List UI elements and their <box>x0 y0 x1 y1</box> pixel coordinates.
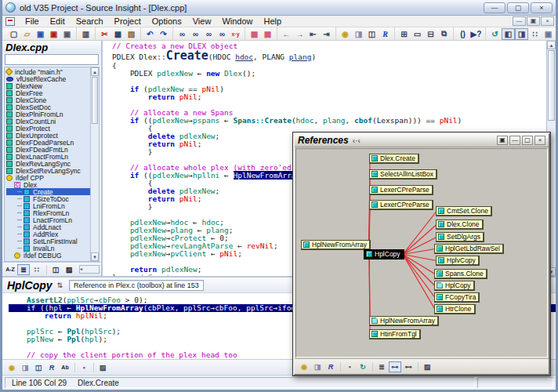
mdi-minimize-button[interactable]: — <box>513 16 526 26</box>
menu-file[interactable]: File <box>20 16 45 27</box>
menu-search[interactable]: Search <box>71 16 109 27</box>
relation-window-toggle[interactable]: ◨ <box>515 28 528 40</box>
graph-node-hplcopy[interactable]: HplCopy <box>434 281 475 291</box>
references-window[interactable]: References ‹·‹ ▣—▢× Dlex.CreateSelectAll… <box>292 132 551 376</box>
graph-node-setdlgargs[interactable]: SetDlgArgs <box>436 232 484 242</box>
scroll-down-arrow[interactable]: ▼ <box>91 252 99 261</box>
cascade-windows-button[interactable]: ⧉ <box>437 28 451 40</box>
close-button[interactable]: × <box>534 136 545 145</box>
references-graph-canvas[interactable]: Dlex.CreateSelectAllInListBoxLexerCPrePa… <box>295 148 548 358</box>
undo-button[interactable]: ↶ <box>143 28 157 40</box>
save-button[interactable]: ▣ <box>34 28 47 40</box>
list-view-button[interactable]: ≣ <box>17 264 30 275</box>
graph-node-dlex-clone[interactable]: Dlex.Clone <box>436 220 484 230</box>
references-title-bar[interactable]: References ‹·‹ ▣—▢× <box>295 134 549 147</box>
mdi-close-button[interactable]: × <box>541 16 554 26</box>
menu-options[interactable]: Options <box>147 16 187 27</box>
save-as-button[interactable]: ▣ <box>47 28 60 40</box>
split-window-button[interactable]: ⊟ <box>424 28 437 40</box>
scroll-thumb[interactable] <box>92 77 98 124</box>
scroll-up-arrow[interactable]: ▲ <box>547 41 556 49</box>
graph-node-lexercpreparse[interactable]: LexerCPreParse <box>369 200 433 210</box>
full-window-button[interactable]: ▭ <box>411 28 424 40</box>
open-file-button[interactable]: ▱ <box>20 28 34 40</box>
lock-button[interactable]: ▪ <box>343 361 356 372</box>
browse-symbols-button[interactable]: ◉ <box>298 361 310 372</box>
graph-node-spans-clone[interactable]: Spans.Clone <box>434 269 487 279</box>
highlight-word-button[interactable]: ▩ <box>248 28 261 40</box>
mdi-restore-button[interactable]: ▣ <box>527 16 540 26</box>
document-icon[interactable] <box>5 17 15 26</box>
graph-node-selectallinlistbox[interactable]: SelectAllInListBox <box>369 169 437 180</box>
new-file-button[interactable]: ▢ <box>7 28 20 40</box>
doc-list-button[interactable]: ◫ <box>49 264 62 275</box>
function-tip-button[interactable]: () <box>456 28 469 40</box>
scroll-up-arrow[interactable]: ▲ <box>91 67 99 76</box>
context-reference-label[interactable]: Reference in Plex.c (toolbox) at line 15… <box>69 280 204 291</box>
symbol-window-button[interactable]: ◨ <box>352 28 365 40</box>
dock-button[interactable]: ▣ <box>497 136 508 145</box>
symbol-list-scrollbar[interactable]: ▲ ▼ <box>90 67 99 261</box>
find-next-button[interactable]: ∞ <box>189 28 202 40</box>
graph-node-hplnewfromarray[interactable]: HplNewFromArray <box>369 316 439 326</box>
browse-symbols-button[interactable]: ◉ <box>5 362 18 373</box>
style-properties-button[interactable]: ▩ <box>261 28 274 40</box>
case-sensitive-button[interactable]: Ab <box>59 362 71 373</box>
symbol-hscrollbar[interactable]: ◂ <box>79 265 100 274</box>
relation-window-button[interactable]: R <box>45 362 58 373</box>
symbol-item-ifdef-cpp[interactable]: ifdef CPP <box>6 174 90 181</box>
outline-view-button[interactable]: ≣ <box>375 361 388 372</box>
find-previous-button[interactable]: ∞ <box>202 28 216 40</box>
paste-button[interactable]: ▧ <box>125 28 138 40</box>
graph-node-hplcopy[interactable]: HplCopy <box>364 249 404 260</box>
graph-node-htrclone[interactable]: HtrClone <box>434 304 476 314</box>
sort-alpha-button[interactable]: A-Z <box>4 264 16 275</box>
redo-button[interactable]: ↷ <box>157 28 170 40</box>
graph-node-hplnewfromarray[interactable]: HplNewFromArray <box>301 240 371 250</box>
title-bar[interactable]: old V35 Project - Source Insight - [Dlex… <box>2 0 556 16</box>
maximize-button[interactable]: ▢ <box>507 2 529 13</box>
graph-node-dlex-create[interactable]: Dlex.Create <box>369 154 419 164</box>
tree-view-button[interactable]: ⊷ <box>402 361 415 372</box>
close-button[interactable]: × <box>531 2 553 13</box>
minimize-button[interactable]: — <box>484 2 505 13</box>
lock-button[interactable]: ▪ <box>78 362 90 373</box>
cut-button[interactable]: ✂ <box>98 28 111 40</box>
replace-button[interactable]: x·y <box>229 28 242 40</box>
save-all-button[interactable]: ▣ <box>60 28 74 40</box>
symbol-filter-input[interactable] <box>5 54 99 65</box>
group-view-button[interactable]: ∷ <box>31 264 43 275</box>
graph-view-button[interactable]: ⊶ <box>389 361 401 372</box>
menu-help[interactable]: Help <box>259 16 288 27</box>
graph-node-cmtset-clone[interactable]: CmtSet.Clone <box>436 206 492 216</box>
graph-node-fcopytira[interactable]: FCopyTira <box>434 292 480 303</box>
doc-list-button[interactable]: ◫ <box>365 28 379 40</box>
copy-button[interactable]: ▦ <box>111 28 125 40</box>
properties-button[interactable]: ▨ <box>421 361 433 372</box>
go-forward-link-button[interactable]: ⇥ <box>320 28 333 40</box>
search-files-button[interactable]: ∞ <box>216 28 229 40</box>
tile-windows-button[interactable]: ⊞ <box>397 28 411 40</box>
symbol-item-ifdef-debug[interactable]: ifdef DEBUG <box>6 252 90 259</box>
menu-edit[interactable]: Edit <box>45 16 71 27</box>
doc-list-button[interactable]: ◫ <box>32 362 45 373</box>
scroll-thumb[interactable] <box>548 50 555 121</box>
print-button[interactable]: ▥ <box>79 28 92 40</box>
minimize-button[interactable]: — <box>509 136 520 145</box>
context-help-button[interactable]: ▶? <box>469 28 483 40</box>
image-button[interactable]: ▣ <box>542 28 555 40</box>
menu-project[interactable]: Project <box>109 16 147 27</box>
properties-button[interactable]: ▨ <box>96 362 109 373</box>
find-button[interactable]: ∞ <box>176 28 189 40</box>
maximize-button[interactable]: ▢ <box>522 136 533 145</box>
browse-symbols-button[interactable]: ◉ <box>339 28 352 40</box>
menu-window[interactable]: Window <box>216 16 258 27</box>
graph-node-hplgetlbdrawsel[interactable]: HplGetLbdRawSel <box>434 244 504 254</box>
symbol-window-button[interactable]: ◨ <box>19 362 31 373</box>
go-back-link-button[interactable]: ⇤ <box>306 28 320 40</box>
window-list-button[interactable]: ∷ <box>528 28 542 40</box>
symbol-window-button[interactable]: ◨ <box>311 361 324 372</box>
relation-window-button[interactable]: R <box>324 361 337 372</box>
back-button[interactable]: ← <box>280 28 293 40</box>
forward-button[interactable]: → <box>293 28 306 40</box>
